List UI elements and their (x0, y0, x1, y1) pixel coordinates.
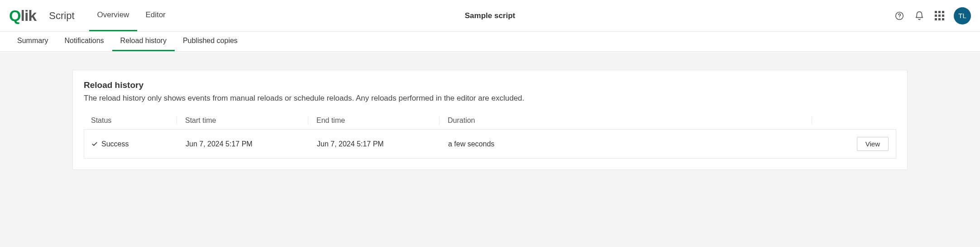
cell-status: Success (91, 140, 177, 148)
logo-text-rest: lik (20, 7, 36, 24)
tab-overview-label: Overview (97, 10, 129, 19)
cell-start-time: Jun 7, 2024 5:17 PM (177, 140, 309, 148)
cell-duration: a few seconds (440, 140, 812, 148)
table-header-row: Status Start time End time Duration (84, 112, 896, 130)
check-icon (91, 141, 98, 147)
user-initials: TL (958, 12, 966, 19)
logo-text-q: Q (9, 7, 20, 24)
card-description: The reload history only shows events fro… (84, 94, 896, 103)
status-text: Success (101, 140, 129, 148)
top-bar: Qlik Script Overview Editor Sample scrip… (0, 0, 980, 32)
col-header-end-time[interactable]: End time (308, 116, 440, 125)
top-right-controls: TL (894, 7, 971, 24)
main-tabs: Overview Editor (89, 0, 174, 31)
cell-end-time: Jun 7, 2024 5:17 PM (309, 140, 440, 148)
page-title: Sample script (465, 11, 516, 20)
subtab-published-copies-label: Published copies (183, 37, 238, 45)
bell-icon[interactable] (914, 10, 925, 21)
app-launcher-icon[interactable] (934, 10, 945, 21)
subtab-notifications[interactable]: Notifications (56, 32, 112, 51)
svg-point-1 (899, 17, 899, 18)
user-avatar[interactable]: TL (954, 7, 971, 24)
tab-editor[interactable]: Editor (137, 0, 173, 31)
reload-history-card: Reload history The reload history only s… (72, 70, 908, 170)
col-header-start-time[interactable]: Start time (177, 116, 308, 125)
reload-history-table: Status Start time End time Duration Succ… (84, 112, 896, 159)
subtab-reload-history[interactable]: Reload history (112, 32, 175, 51)
subtab-published-copies[interactable]: Published copies (175, 32, 246, 51)
col-header-duration[interactable]: Duration (440, 116, 812, 125)
content-area: Reload history The reload history only s… (0, 52, 980, 188)
subtab-reload-history-label: Reload history (120, 37, 167, 45)
brand-logo[interactable]: Qlik (9, 7, 36, 24)
help-icon[interactable] (894, 10, 905, 21)
table-row: Success Jun 7, 2024 5:17 PM Jun 7, 2024 … (84, 130, 896, 159)
sub-nav: Summary Notifications Reload history Pub… (0, 32, 980, 52)
card-title: Reload history (84, 80, 896, 90)
subtab-notifications-label: Notifications (64, 37, 104, 45)
subtab-summary-label: Summary (17, 37, 48, 45)
col-header-status[interactable]: Status (91, 116, 177, 125)
tab-overview[interactable]: Overview (89, 0, 138, 31)
col-header-action (812, 116, 889, 125)
cell-action: View (812, 137, 889, 151)
tab-editor-label: Editor (145, 10, 165, 19)
subtab-summary[interactable]: Summary (9, 32, 56, 51)
app-type-label: Script (49, 10, 74, 22)
view-button[interactable]: View (857, 137, 889, 151)
